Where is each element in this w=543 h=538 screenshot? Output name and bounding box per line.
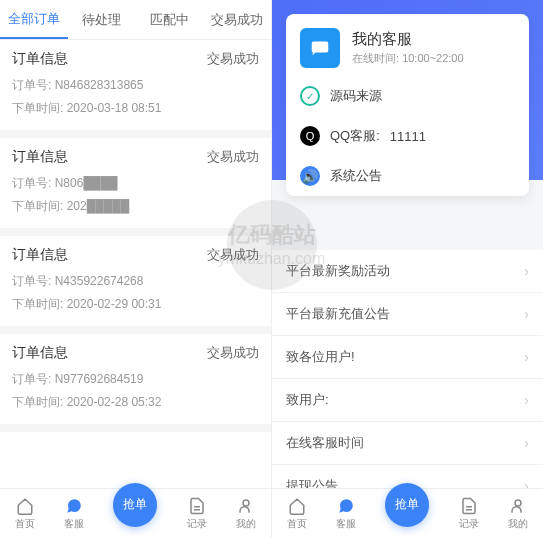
chevron-right-icon: ›	[524, 263, 529, 279]
tab-success[interactable]: 交易成功	[203, 0, 271, 39]
svg-rect-3	[312, 42, 329, 53]
order-item[interactable]: 订单信息交易成功 订单号: N977692684519 下单时间: 2020-0…	[0, 334, 271, 432]
order-item[interactable]: 订单信息交易成功 订单号: N846828313865 下单时间: 2020-0…	[0, 40, 271, 138]
speaker-icon: 🔊	[300, 166, 320, 186]
order-item[interactable]: 订单信息交易成功 订单号: N806████ 下单时间: 202█████	[0, 138, 271, 236]
chevron-right-icon: ›	[524, 306, 529, 322]
menu-item-users1[interactable]: 致各位用户!›	[272, 336, 543, 379]
home-icon	[16, 497, 34, 515]
order-time: 下单时间: 2020-03-18 08:51	[12, 97, 259, 120]
user-icon	[237, 497, 255, 515]
list-icon	[188, 497, 206, 515]
nav-service[interactable]: 客服	[336, 497, 356, 531]
nav-record[interactable]: 记录	[459, 497, 479, 531]
nav-fab-grab[interactable]: 抢单	[385, 483, 429, 527]
chevron-right-icon: ›	[524, 349, 529, 365]
order-title: 订单信息	[12, 50, 68, 68]
home-icon	[288, 497, 306, 515]
qq-icon: Q	[300, 126, 320, 146]
nav-fab-grab[interactable]: 抢单	[113, 483, 157, 527]
service-online: 在线时间: 10:00~22:00	[352, 51, 464, 66]
nav-record[interactable]: 记录	[187, 497, 207, 531]
service-title: 我的客服	[352, 30, 464, 49]
nav-mine[interactable]: 我的	[508, 497, 528, 531]
nav-home[interactable]: 首页	[15, 497, 35, 531]
hero-banner: 我的客服 在线时间: 10:00~22:00 ✓源码来源 QQQ客服: 1111…	[272, 0, 543, 180]
nav-mine[interactable]: 我的	[236, 497, 256, 531]
svg-point-2	[243, 500, 249, 506]
order-no: 订单号: N846828313865	[12, 74, 259, 97]
menu-item-topup[interactable]: 平台最新充值公告›	[272, 293, 543, 336]
nav-service[interactable]: 客服	[64, 497, 84, 531]
circle-icon: ✓	[300, 86, 320, 106]
tab-matching[interactable]: 匹配中	[136, 0, 204, 39]
order-tabs: 全部订单 待处理 匹配中 交易成功	[0, 0, 271, 40]
user-icon	[509, 497, 527, 515]
menu-item-reward[interactable]: 平台最新奖励活动›	[272, 250, 543, 293]
service-source[interactable]: ✓源码来源	[286, 76, 529, 116]
chevron-right-icon: ›	[524, 435, 529, 451]
tab-all[interactable]: 全部订单	[0, 0, 68, 39]
nav-home[interactable]: 首页	[287, 497, 307, 531]
bottom-nav: 首页 客服 抢单 记录 我的	[0, 488, 271, 538]
chevron-right-icon: ›	[524, 392, 529, 408]
svg-point-6	[515, 500, 521, 506]
list-icon	[460, 497, 478, 515]
chat-icon	[337, 497, 355, 515]
service-card: 我的客服 在线时间: 10:00~22:00 ✓源码来源 QQQ客服: 1111…	[286, 14, 529, 196]
bottom-nav: 首页 客服 抢单 记录 我的	[272, 488, 543, 538]
order-status: 交易成功	[207, 50, 259, 68]
order-list: 订单信息交易成功 订单号: N846828313865 下单时间: 2020-0…	[0, 40, 271, 488]
service-qq[interactable]: QQQ客服: 11111	[286, 116, 529, 156]
order-item[interactable]: 订单信息交易成功 订单号: N435922674268 下单时间: 2020-0…	[0, 236, 271, 334]
chat-icon	[65, 497, 83, 515]
chat-bubble-icon	[300, 28, 340, 68]
tab-pending[interactable]: 待处理	[68, 0, 136, 39]
menu-item-online[interactable]: 在线客服时间›	[272, 422, 543, 465]
service-announce[interactable]: 🔊系统公告	[286, 156, 529, 196]
menu-item-users2[interactable]: 致用户:›	[272, 379, 543, 422]
